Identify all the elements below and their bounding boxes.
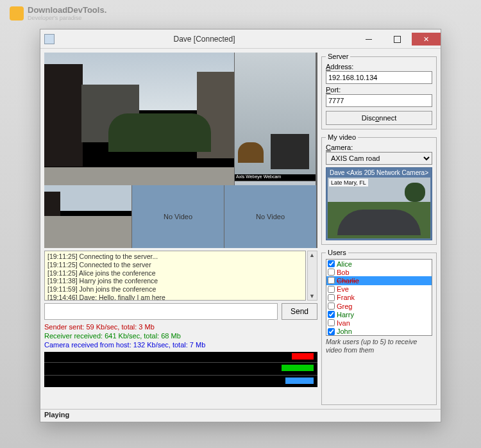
server-group: Server Address: Port: Disconnect (321, 53, 437, 129)
send-button[interactable]: Send (282, 303, 317, 320)
user-row[interactable]: John (326, 328, 432, 336)
user-row[interactable]: Frank (326, 294, 432, 302)
user-row[interactable]: Charlie (326, 276, 432, 285)
chat-line: [19:14:46] Dave: Hello, finally I am her… (47, 294, 303, 301)
close-button[interactable] (412, 33, 441, 46)
stat-receiver: Receiver received: 641 Kb/sec, total: 68… (44, 331, 317, 340)
camera-label: Camera: (326, 144, 432, 151)
port-label: Port: (326, 86, 432, 94)
user-checkbox[interactable] (328, 311, 335, 318)
user-name: Harry (337, 311, 354, 319)
window-title: Dave [Connected] (55, 35, 354, 44)
user-checkbox[interactable] (328, 294, 335, 301)
stat-sender: Sender sent: 59 Kb/sec, total: 3 Mb (44, 322, 317, 331)
myvideo-legend: My video (326, 133, 358, 141)
user-checkbox[interactable] (328, 303, 335, 310)
app-window: Dave [Connected] The Golden Center, Kavi… (40, 29, 441, 422)
chat-line: [19:11:38] Harry joins the conference (47, 277, 303, 285)
user-checkbox[interactable] (328, 260, 335, 267)
myvideo-group: My video Camera: AXIS Cam road Dave <Axi… (321, 133, 437, 245)
camera-select[interactable]: AXIS Cam road (326, 152, 432, 165)
chat-line: [19:11:59] John joins the conference (47, 285, 303, 294)
preview-image[interactable]: Late Mary, FL (328, 178, 430, 238)
user-checkbox[interactable] (328, 328, 335, 335)
graph-bar-receiver (282, 365, 314, 371)
chat-line: [19:11:25] Connected to the server (47, 261, 303, 269)
user-name: Alice (337, 260, 352, 268)
user-name: Frank (337, 294, 355, 301)
minimize-button[interactable] (354, 33, 383, 46)
graph-bar-camera (285, 377, 314, 384)
user-name: Greg (337, 303, 352, 310)
user-name: Bob (337, 269, 350, 276)
server-legend: Server (326, 53, 350, 60)
user-row[interactable]: Harry (326, 310, 432, 319)
video-thumb-1[interactable] (44, 185, 131, 248)
status-text: Playing (44, 411, 69, 419)
chat-log-box[interactable]: [19:11:25] Connecting to the server...[1… (44, 251, 306, 301)
no-video-label: No Video (164, 213, 192, 220)
camera-preview: Dave <Axis 205 Network Camera> Late Mary… (326, 167, 432, 240)
user-name: Ivan (337, 319, 350, 327)
disconnect-button[interactable]: Disconnect (326, 111, 432, 125)
address-label: Address: (326, 63, 432, 71)
maximize-button[interactable] (383, 33, 412, 46)
status-bar: Playing (40, 409, 441, 422)
app-icon (44, 34, 55, 44)
user-checkbox[interactable] (328, 269, 335, 276)
video-thumb-2[interactable]: No Video (132, 185, 224, 248)
users-legend: Users (326, 249, 348, 256)
user-row[interactable]: Ivan (326, 319, 432, 327)
stat-camera: Camera received from host: 132 Kb/sec, t… (44, 340, 317, 349)
chat-scrollbar[interactable] (307, 251, 317, 301)
user-row[interactable]: Eve (326, 285, 432, 294)
port-input[interactable] (326, 94, 432, 107)
user-row[interactable]: Bob (326, 268, 432, 276)
user-checkbox[interactable] (328, 319, 335, 326)
graph-bar-sender (292, 353, 314, 360)
user-checkbox[interactable] (328, 277, 335, 284)
watermark-sub: Developer's paradise (28, 15, 106, 21)
user-name: Charlie (337, 277, 359, 285)
chat-input[interactable] (44, 303, 278, 320)
user-checkbox[interactable] (328, 286, 335, 293)
user-row[interactable]: Alice (326, 260, 432, 268)
preview-caption: Late Mary, FL (329, 179, 368, 187)
bandwidth-graph (44, 352, 317, 387)
video-thumb-3[interactable]: No Video (224, 185, 316, 248)
watermark-title: DownloadDevTools. (28, 5, 106, 15)
preview-title: Dave <Axis 205 Network Camera> (328, 169, 430, 176)
video-tile-1-bar: Axis Webeye Webcam (235, 174, 316, 181)
user-name: Eve (337, 285, 349, 293)
chat-line: [19:11:25] Connecting to the server... (47, 253, 303, 261)
stats-lines: Sender sent: 59 Kb/sec, total: 3 Mb Rece… (44, 322, 317, 349)
watermark-icon (10, 6, 24, 21)
watermark: DownloadDevTools. Developer's paradise (10, 5, 106, 21)
video-tile-1[interactable]: Axis Webeye Webcam (235, 53, 316, 181)
chat-line: [19:11:25] Alice joins the conference (47, 269, 303, 278)
user-name: John (337, 328, 352, 335)
titlebar[interactable]: Dave [Connected] (40, 29, 441, 49)
no-video-label: No Video (256, 213, 285, 220)
address-input[interactable] (326, 71, 432, 84)
chat-log: [19:11:25] Connecting to the server...[1… (44, 251, 317, 301)
users-group: Users AliceBobCharlieEveFrankGregHarryIv… (321, 249, 437, 405)
users-hint: Mark users (up to 5) to receive video fr… (326, 338, 432, 354)
user-row[interactable]: Greg (326, 302, 432, 310)
users-list[interactable]: AliceBobCharlieEveFrankGregHarryIvanJohn (326, 259, 432, 336)
